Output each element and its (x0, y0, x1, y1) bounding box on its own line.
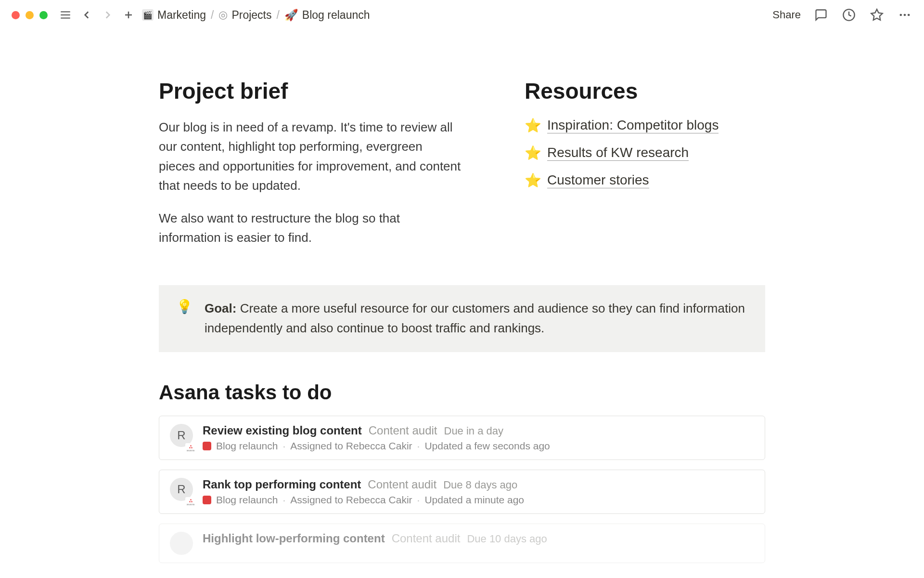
task-due: Due 8 days ago (443, 479, 517, 491)
task-body: Rank top performing content Content audi… (203, 478, 754, 506)
task-title: Review existing blog content (203, 424, 362, 437)
task-header-line: Rank top performing content Content audi… (203, 478, 754, 491)
target-icon: ◎ (218, 9, 228, 21)
maximize-window-button[interactable] (39, 11, 48, 19)
topbar-left: 🎬 Marketing / ◎ Projects / 🚀 Blog relaun… (58, 8, 370, 22)
task-card[interactable]: R asana Rank top performing content Cont… (159, 470, 765, 514)
avatar (170, 532, 193, 555)
brief-paragraph[interactable]: Our blog is in need of a revamp. It's ti… (159, 118, 462, 195)
goal-callout[interactable]: 💡 Goal: Create a more useful resource fo… (159, 285, 765, 352)
callout-bold: Goal: (205, 301, 236, 315)
task-header-line: Review existing blog content Content aud… (203, 424, 754, 437)
comments-icon[interactable] (813, 7, 829, 23)
minimize-window-button[interactable] (26, 11, 34, 19)
task-project: Blog relaunch (216, 440, 278, 452)
resources-heading: Resources (525, 78, 765, 104)
breadcrumb-projects[interactable]: ◎ Projects (218, 9, 271, 22)
more-options-icon[interactable] (897, 7, 912, 23)
task-category: Content audit (368, 478, 436, 491)
project-brief-column: Project brief Our blog is in need of a r… (159, 78, 462, 261)
share-button[interactable]: Share (772, 9, 801, 21)
task-card[interactable]: R asana Review existing blog content Con… (159, 416, 765, 460)
close-window-button[interactable] (12, 11, 20, 19)
separator: · (282, 440, 285, 452)
project-color-chip (203, 496, 211, 504)
breadcrumb-label: Projects (231, 9, 271, 22)
breadcrumb: 🎬 Marketing / ◎ Projects / 🚀 Blog relaun… (142, 9, 370, 22)
window-controls (12, 11, 48, 19)
star-icon: ⭐ (525, 118, 541, 133)
task-header-line: Highlight low-performing content Content… (203, 532, 754, 545)
task-avatar-wrap: R asana (170, 478, 193, 506)
asana-badge-icon: asana (185, 443, 196, 454)
page-content: Project brief Our blog is in need of a r… (125, 30, 799, 563)
task-title: Rank top performing content (203, 478, 361, 491)
star-icon: ⭐ (525, 172, 541, 188)
favorite-icon[interactable] (869, 7, 885, 23)
task-assigned: Assigned to Rebecca Cakir (290, 440, 412, 452)
svg-point-8 (904, 14, 906, 16)
task-project: Blog relaunch (216, 494, 278, 506)
new-page-button[interactable] (122, 8, 135, 22)
breadcrumb-current[interactable]: 🚀 Blog relaunch (284, 9, 370, 22)
nav-back-button[interactable] (79, 8, 94, 22)
task-meta-line: Blog relaunch · Assigned to Rebecca Caki… (203, 440, 754, 452)
breadcrumb-label: Blog relaunch (302, 9, 370, 22)
task-updated: Updated a minute ago (424, 494, 524, 506)
task-meta-line: Blog relaunch · Assigned to Rebecca Caki… (203, 494, 754, 506)
nav-forward-button[interactable] (101, 8, 115, 22)
resource-link[interactable]: Inspiration: Competitor blogs (547, 118, 719, 133)
task-avatar-wrap: R asana (170, 424, 193, 452)
breadcrumb-marketing[interactable]: 🎬 Marketing (142, 9, 206, 22)
task-due: Due 10 days ago (467, 533, 547, 545)
task-updated: Updated a few seconds ago (424, 440, 550, 452)
tasks-heading: Asana tasks to do (159, 381, 765, 404)
svg-marker-6 (871, 9, 882, 20)
separator: · (282, 494, 285, 506)
task-card[interactable]: Highlight low-performing content Content… (159, 524, 765, 563)
resource-item[interactable]: ⭐ Customer stories (525, 172, 765, 188)
separator: · (417, 494, 420, 506)
project-color-chip (203, 442, 211, 450)
breadcrumb-separator: / (276, 9, 279, 22)
clapperboard-icon: 🎬 (142, 9, 154, 21)
callout-text: Goal: Create a more useful resource for … (205, 299, 748, 339)
breadcrumb-separator: / (211, 9, 214, 22)
svg-point-9 (908, 14, 910, 16)
brief-paragraph[interactable]: We also want to restructure the blog so … (159, 209, 462, 248)
topbar-right: Share (772, 7, 912, 23)
task-due: Due in a day (444, 425, 504, 437)
task-avatar-wrap (170, 532, 193, 555)
rocket-icon: 🚀 (284, 9, 298, 22)
resource-link[interactable]: Results of KW research (547, 145, 689, 161)
star-icon: ⭐ (525, 145, 541, 161)
two-column-layout: Project brief Our blog is in need of a r… (159, 78, 765, 261)
resource-item[interactable]: ⭐ Inspiration: Competitor blogs (525, 118, 765, 133)
lightbulb-icon: 💡 (176, 299, 193, 339)
task-body: Review existing blog content Content aud… (203, 424, 754, 452)
task-title: Highlight low-performing content (203, 532, 385, 545)
resource-item[interactable]: ⭐ Results of KW research (525, 145, 765, 161)
task-category: Content audit (392, 532, 461, 545)
task-category: Content audit (369, 424, 437, 437)
task-assigned: Assigned to Rebecca Cakir (290, 494, 412, 506)
menu-icon[interactable] (58, 8, 73, 22)
updates-icon[interactable] (841, 7, 857, 23)
topbar: 🎬 Marketing / ◎ Projects / 🚀 Blog relaun… (0, 0, 924, 30)
breadcrumb-label: Marketing (157, 9, 206, 22)
asana-badge-icon: asana (185, 497, 196, 508)
svg-point-7 (900, 14, 902, 16)
resources-column: Resources ⭐ Inspiration: Competitor blog… (525, 78, 765, 261)
resource-link[interactable]: Customer stories (547, 172, 649, 188)
task-body: Highlight low-performing content Content… (203, 532, 754, 555)
callout-body: Create a more useful resource for our cu… (205, 301, 745, 336)
project-brief-heading: Project brief (159, 78, 462, 104)
separator: · (417, 440, 420, 452)
